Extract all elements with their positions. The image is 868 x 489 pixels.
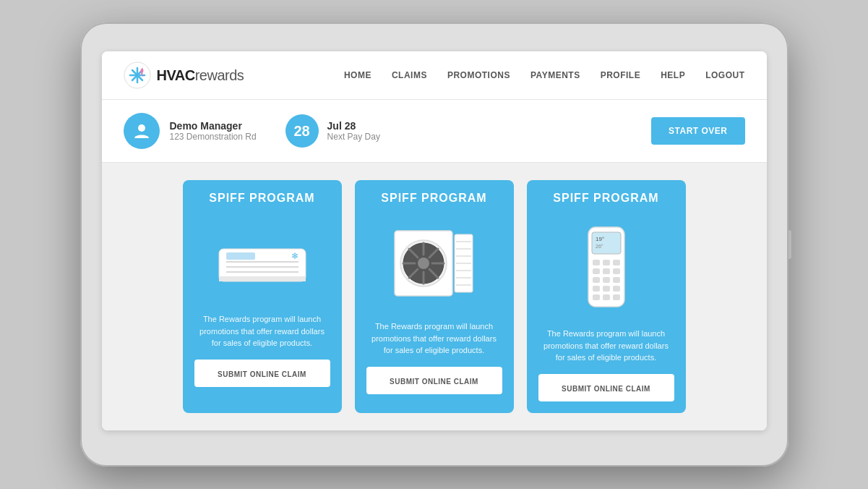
user-address: 123 Demonstration Rd (170, 132, 257, 142)
spiff-card-3: SPIFF PROGRAM 19° 26° (527, 180, 686, 413)
spiff-desc-3: The Rewards program will launch promotio… (527, 318, 686, 374)
spiff-title-1: SPIFF PROGRAM (209, 192, 314, 204)
logo-area: HVACrewards (124, 61, 244, 89)
logo-text: HVACrewards (157, 67, 244, 84)
user-name: Demo Manager (170, 120, 257, 132)
spiff-title-2: SPIFF PROGRAM (381, 192, 486, 204)
submit-claim-1[interactable]: SUBMIT ONLINE CLAIM (194, 360, 330, 387)
spiff-desc-1: The Rewards program will launch promotio… (183, 303, 342, 360)
nav-payments[interactable]: PAYMENTS (530, 70, 580, 80)
svg-rect-10 (226, 252, 255, 260)
svg-rect-44 (603, 277, 610, 283)
avatar (124, 113, 160, 149)
nav-links: HOME CLAIMS PROMOTIONS PAYMENTS PROFILE … (344, 70, 745, 80)
svg-rect-51 (613, 294, 620, 300)
svg-rect-49 (593, 294, 600, 300)
user-details: Demo Manager 123 Demonstration Rd (170, 120, 257, 142)
spiff-header-1: SPIFF PROGRAM (183, 180, 342, 216)
spiff-image-1: ❄ (183, 216, 342, 303)
nav-logout[interactable]: LOGOUT (705, 70, 744, 80)
spiff-image-3: 19° 26° (527, 216, 686, 318)
day-badge: 28 (285, 114, 319, 148)
spiff-desc-2: The Rewards program will launch promotio… (355, 310, 514, 367)
spiff-image-2 (355, 216, 514, 310)
svg-text:❄: ❄ (291, 251, 298, 261)
svg-rect-41 (603, 268, 610, 274)
nav-profile[interactable]: PROFILE (601, 70, 641, 80)
ac-wall-unit-icon: ❄ (212, 227, 313, 292)
navbar: HVACrewards HOME CLAIMS PROMOTIONS PAYME… (102, 51, 767, 100)
submit-claim-2[interactable]: SUBMIT ONLINE CLAIM (366, 367, 502, 394)
tablet-screen: HVACrewards HOME CLAIMS PROMOTIONS PAYME… (102, 51, 767, 430)
pay-details: Jul 28 Next Pay Day (327, 120, 380, 142)
svg-rect-42 (613, 268, 620, 274)
user-info: Demo Manager 123 Demonstration Rd (124, 113, 257, 149)
pay-date: Jul 28 (327, 120, 380, 132)
spiff-card-2: SPIFF PROGRAM (355, 180, 514, 413)
svg-rect-39 (613, 260, 620, 265)
spiff-card-1: SPIFF PROGRAM ❄ (183, 180, 342, 413)
spiff-title-3: SPIFF PROGRAM (553, 192, 658, 204)
logo-icon (124, 61, 151, 89)
svg-text:19°: 19° (596, 236, 604, 242)
svg-rect-37 (593, 260, 600, 265)
user-bar: Demo Manager 123 Demonstration Rd 28 Jul… (102, 100, 767, 163)
spiff-header-2: SPIFF PROGRAM (355, 180, 514, 216)
svg-rect-43 (593, 277, 600, 283)
remote-control-icon: 19° 26° (581, 224, 632, 310)
start-over-button[interactable]: START OVER (651, 117, 744, 145)
svg-text:26°: 26° (596, 244, 603, 249)
outdoor-unit-icon (391, 224, 478, 303)
svg-rect-40 (593, 268, 600, 274)
pay-label: Next Pay Day (327, 132, 380, 142)
submit-claim-3[interactable]: SUBMIT ONLINE CLAIM (538, 374, 674, 401)
tablet-frame: HVACrewards HOME CLAIMS PROMOTIONS PAYME… (80, 22, 788, 467)
nav-home[interactable]: HOME (344, 70, 371, 80)
svg-rect-38 (603, 260, 610, 265)
svg-rect-47 (603, 286, 610, 292)
svg-point-16 (418, 258, 429, 269)
svg-rect-50 (603, 294, 610, 300)
pay-day-section: 28 Jul 28 Next Pay Day (285, 114, 380, 148)
svg-rect-46 (593, 286, 600, 292)
svg-rect-12 (219, 276, 306, 281)
nav-promotions[interactable]: PROMOTIONS (447, 70, 510, 80)
nav-help[interactable]: HELP (661, 70, 685, 80)
main-content: SPIFF PROGRAM ❄ (102, 163, 767, 430)
spiff-header-3: SPIFF PROGRAM (527, 180, 686, 216)
svg-rect-48 (613, 286, 620, 292)
svg-rect-45 (613, 277, 620, 283)
svg-point-5 (138, 124, 145, 132)
nav-claims[interactable]: CLAIMS (392, 70, 427, 80)
